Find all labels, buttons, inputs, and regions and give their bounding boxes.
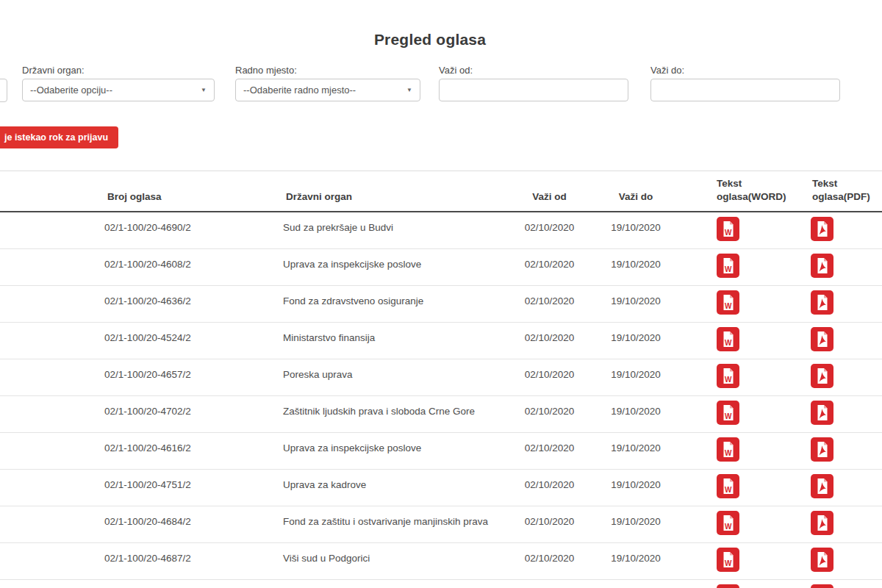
row-spacer [0,506,96,516]
cell-drzavni-organ: Uprava za kadrove [274,470,511,492]
drzavni-organ-select[interactable]: --Odaberite opciju-- ▼ [22,79,215,101]
expired-deadline-button[interactable]: je istekao rok za prijavu [0,126,118,148]
cell-vazi-od: 02/10/2020 [511,323,588,345]
cell-broj-oglasa: 02/1-100/20-4608/2 [96,249,274,271]
word-download-button[interactable]: W [717,511,739,535]
radno-mjesto-select[interactable]: --Odaberite radno mjesto-- ▼ [235,79,420,101]
word-file-icon: W [717,474,739,498]
cell-vazi-do: 19/10/2020 [588,286,684,308]
pdf-download-button[interactable] [811,437,833,462]
word-download-button[interactable]: W [717,474,739,498]
word-file-icon: W [717,327,739,351]
word-file-icon: W [717,364,739,388]
cell-vazi-od: 02/10/2020 [511,580,588,588]
cell-vazi-do: 19/10/2020 [588,433,684,455]
row-spacer [0,470,96,479]
header-vazi-do: Važi do [588,190,684,204]
cell-broj-oglasa: 02/1-100/20-4657/2 [96,359,274,381]
cell-vazi-do: 19/10/2020 [588,359,684,381]
row-spacer [0,396,96,406]
cell-vazi-od: 02/10/2020 [511,470,588,492]
word-download-button[interactable]: W [717,217,739,241]
word-file-icon: W [717,217,739,241]
pdf-download-button[interactable] [811,327,833,351]
cell-vazi-do: 19/10/2020 [588,212,684,234]
cell-vazi-do: 19/10/2020 [588,249,684,271]
header-tekst-pdf: Tekst oglasa(PDF) [797,177,882,204]
cell-drzavni-organ: Fond za zaštitu i ostvarivanje manjinski… [274,506,511,528]
word-download-button[interactable]: W [717,364,739,388]
word-download-button[interactable]: W [717,437,739,462]
row-spacer [0,580,96,588]
cell-vazi-do: 19/10/2020 [588,470,684,492]
table-row: 02/1-100/20-4687/2 Viši sud u Podgorici … [0,543,882,580]
pdf-file-icon [811,327,833,351]
cell-drzavni-organ: Fond za zdravstveno osiguranje [274,286,511,308]
cell-drzavni-organ: Poreska uprava [274,359,511,381]
chevron-down-icon: ▼ [201,87,207,93]
word-download-button[interactable]: W [717,584,739,588]
word-download-button[interactable]: W [717,254,739,278]
pdf-download-button[interactable] [811,217,833,241]
cell-vazi-do: 19/10/2020 [588,543,684,565]
pdf-download-button[interactable] [811,584,833,588]
pdf-file-icon [811,474,833,498]
cell-vazi-do: 19/10/2020 [588,323,684,345]
table-row: 02/1-100/20-4524/2 Ministarstvo finansij… [0,323,882,359]
page-title: Pregled oglasa [0,31,860,49]
vazi-do-input[interactable] [650,79,840,101]
table-row: 02/1-100/20-4751/2 Uprava za kadrove 02/… [0,470,882,506]
cell-drzavni-organ: Uprava za bezbjednost hrane, veterinu i [274,580,511,588]
table-row: 02/1-100/20-4654/2 Uprava za bezbjednost… [0,580,882,588]
cell-broj-oglasa: 02/1-100/20-4702/2 [96,396,274,418]
drzavni-organ-selected-value: --Odaberite opciju-- [30,85,112,96]
pdf-file-icon [811,437,833,462]
pdf-download-button[interactable] [811,364,833,388]
pdf-download-button[interactable] [811,401,833,425]
table-row: 02/1-100/20-4690/2 Sud za prekršaje u Bu… [0,212,882,249]
cell-broj-oglasa: 02/1-100/20-4616/2 [96,433,274,455]
pdf-download-button[interactable] [811,511,833,535]
word-download-button[interactable]: W [717,290,739,315]
cell-drzavni-organ: Viši sud u Podgorici [274,543,511,565]
pdf-file-icon [811,584,833,588]
word-download-button[interactable]: W [717,548,739,572]
filter-radno-mjesto: Radno mjesto: --Odaberite radno mjesto--… [235,65,420,101]
pdf-file-icon [811,548,833,572]
svg-text:W: W [725,302,732,310]
table-row: 02/1-100/20-4702/2 Zaštitnik ljudskih pr… [0,396,882,433]
pdf-download-button[interactable] [811,254,833,278]
word-download-button[interactable]: W [717,401,739,425]
row-spacer [0,249,96,259]
svg-text:W: W [725,559,732,567]
cell-vazi-od: 02/10/2020 [511,249,588,271]
cell-drzavni-organ: Ministarstvo finansija [274,323,511,345]
table-row: 02/1-100/20-4636/2 Fond za zdravstveno o… [0,286,882,323]
cell-drzavni-organ: Uprava za inspekcijske poslove [274,433,511,455]
pdf-download-button[interactable] [811,548,833,572]
cell-vazi-od: 02/10/2020 [511,286,588,308]
svg-text:W: W [725,339,732,347]
cell-broj-oglasa: 02/1-100/20-4687/2 [96,543,274,565]
pdf-download-button[interactable] [811,290,833,315]
radno-mjesto-selected-value: --Odaberite radno mjesto-- [243,85,356,96]
row-spacer [0,212,96,222]
svg-text:W: W [725,486,732,494]
chevron-down-icon: ▼ [406,87,412,93]
cell-drzavni-organ: Sud za prekršaje u Budvi [274,212,511,234]
header-broj-oglasa: Broj oglasa [96,190,274,204]
svg-text:W: W [725,265,732,273]
word-file-icon: W [717,290,739,315]
table-header-row: Broj oglasa Državni organ Važi od Važi d… [0,171,882,212]
word-file-icon: W [717,437,739,462]
partial-filter-control[interactable] [0,79,7,102]
pdf-file-icon [811,511,833,535]
word-download-button[interactable]: W [717,327,739,351]
header-vazi-od: Važi od [511,190,588,204]
pdf-file-icon [811,364,833,388]
pdf-download-button[interactable] [811,474,833,498]
table-body: 02/1-100/20-4690/2 Sud za prekršaje u Bu… [0,212,882,588]
drzavni-organ-label: Državni organ: [22,65,215,76]
vazi-od-input[interactable] [439,79,628,101]
pdf-file-icon [811,401,833,425]
